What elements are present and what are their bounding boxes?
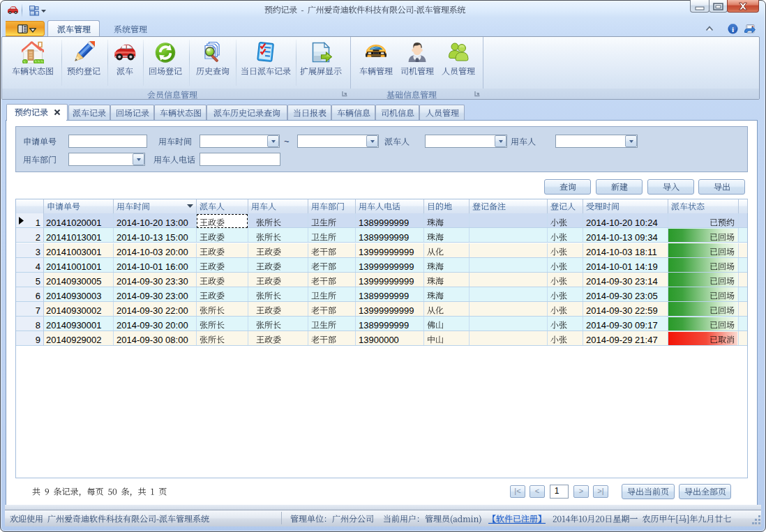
svg-text:i: i — [732, 25, 734, 33]
